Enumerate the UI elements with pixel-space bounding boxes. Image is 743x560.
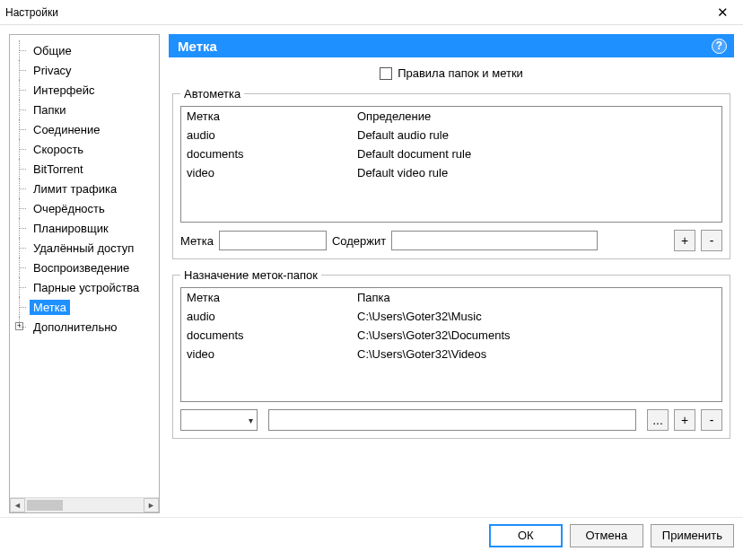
dialog-footer: ОК Отмена Применить (0, 517, 743, 553)
contains-field-label: Содержит (332, 234, 386, 248)
folder-mapping-legend: Назначение меток-папок (180, 268, 321, 282)
scroll-right-icon[interactable]: ► (144, 498, 159, 512)
tree-item-traffic-limit[interactable]: Лимит трафика (10, 179, 159, 198)
autolabel-group: Автометка Метка Определение audio Defaul… (172, 87, 730, 259)
label-field-label: Метка (180, 234, 214, 248)
tree-item-remote[interactable]: Удалённый доступ (10, 238, 159, 258)
list-item[interactable]: audio C:\Users\Goter32\Music (181, 307, 721, 326)
browse-button[interactable]: ... (647, 409, 669, 431)
rules-checkbox[interactable] (380, 67, 392, 80)
list-item[interactable]: video Default video rule (181, 163, 721, 182)
col-label2-header: Метка (187, 291, 357, 304)
tree-item-label[interactable]: Метка (10, 297, 159, 317)
tree-item-general[interactable]: Общие (10, 40, 159, 60)
label-select[interactable]: ▾ (180, 409, 258, 431)
add-mapping-button[interactable]: + (674, 409, 695, 431)
list-item[interactable]: documents C:\Users\Goter32\Documents (181, 326, 721, 345)
remove-mapping-button[interactable]: - (701, 409, 722, 431)
tree-scrollbar[interactable]: ◄ ► (10, 497, 159, 512)
tree-item-playback[interactable]: Воспроизведение (10, 258, 159, 277)
titlebar: Настройки ✕ (0, 0, 743, 25)
autolabel-legend: Автометка (180, 87, 244, 101)
pane-header: Метка ? (169, 34, 734, 57)
close-icon[interactable]: ✕ (710, 3, 736, 22)
remove-rule-button[interactable]: - (701, 230, 722, 251)
label-input[interactable] (219, 231, 327, 250)
add-rule-button[interactable]: + (674, 230, 695, 251)
expand-icon[interactable]: + (15, 322, 23, 330)
ok-button[interactable]: ОК (489, 524, 563, 547)
list-item[interactable]: documents Default document rule (181, 144, 721, 163)
window-title: Настройки (5, 6, 58, 19)
tree-item-advanced[interactable]: + Дополнительно (10, 317, 159, 337)
tree-item-speed[interactable]: Скорость (10, 139, 159, 159)
pane-title: Метка (178, 39, 217, 54)
col-folder-header: Папка (357, 291, 716, 304)
settings-pane: Метка ? Правила папок и метки Автометка … (169, 34, 734, 513)
chevron-down-icon: ▾ (249, 416, 253, 425)
scroll-left-icon[interactable]: ◄ (10, 498, 25, 512)
tree-item-queue[interactable]: Очерёдность (10, 198, 159, 218)
apply-button[interactable]: Применить (651, 524, 734, 547)
col-label-header: Метка (187, 109, 357, 123)
tree-item-privacy[interactable]: Privacy (10, 60, 159, 80)
contains-input[interactable] (391, 231, 598, 250)
folder-mapping-list[interactable]: Метка Папка audio C:\Users\Goter32\Music… (180, 287, 722, 402)
col-def-header: Определение (357, 109, 716, 123)
tree-item-bittorrent[interactable]: BitTorrent (10, 159, 159, 179)
rules-checkbox-label: Правила папок и метки (398, 66, 523, 80)
tree-item-connection[interactable]: Соединение (10, 119, 159, 139)
category-tree: Общие Privacy Интерфейс Папки Соединение… (9, 34, 160, 513)
tree-item-folders[interactable]: Папки (10, 100, 159, 119)
tree-item-paired[interactable]: Парные устройства (10, 277, 159, 297)
help-icon[interactable]: ? (712, 39, 727, 54)
tree-item-scheduler[interactable]: Планировщик (10, 218, 159, 238)
list-item[interactable]: video C:\Users\Goter32\Videos (181, 345, 721, 363)
autolabel-list[interactable]: Метка Определение audio Default audio ru… (180, 106, 722, 223)
cancel-button[interactable]: Отмена (570, 524, 643, 547)
list-item[interactable]: audio Default audio rule (181, 126, 721, 144)
tree-item-interface[interactable]: Интерфейс (10, 80, 159, 100)
folder-mapping-group: Назначение меток-папок Метка Папка audio… (172, 268, 730, 439)
folder-path-input[interactable] (268, 409, 636, 431)
